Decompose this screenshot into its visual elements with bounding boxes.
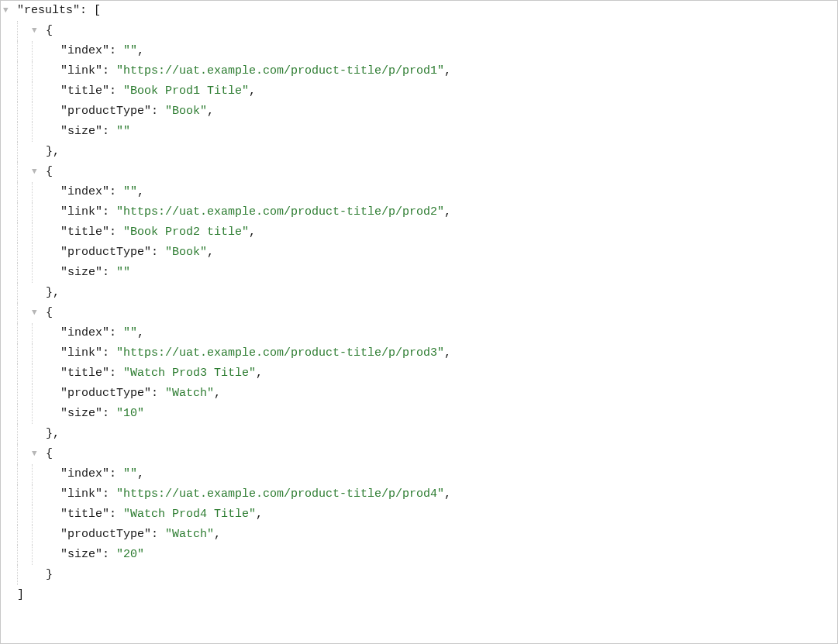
json-property: "productType": "Watch", [3, 384, 837, 404]
json-value: "https://uat.example.com/product-title/p… [116, 64, 444, 77]
json-value: "" [123, 185, 137, 198]
json-value: "Book" [165, 105, 207, 118]
collapse-icon[interactable]: ▼ [32, 302, 37, 322]
json-property: "productType": "Watch", [3, 525, 837, 545]
json-value: "" [123, 44, 137, 57]
json-value: "Book Prod2 title" [123, 226, 249, 239]
json-property: "size": "10" [3, 404, 837, 424]
collapse-icon[interactable]: ▼ [32, 161, 37, 181]
json-value: "Watch" [165, 528, 214, 541]
json-object-close: } [3, 565, 837, 585]
json-property: "title": "Watch Prod4 Title", [3, 505, 837, 525]
collapse-icon[interactable]: ▼ [32, 443, 37, 463]
json-line: ▼"results": [ [3, 1, 837, 21]
json-object-open: ▼{ [3, 444, 837, 464]
json-value: "Book" [165, 246, 207, 259]
json-property: "title": "Watch Prod3 Title", [3, 363, 837, 384]
json-object-close: }, [3, 424, 837, 444]
json-property: "index": "", [3, 41, 837, 61]
json-object-open: ▼{ [3, 21, 837, 41]
root-key: results [24, 4, 73, 17]
json-property: "link": "https://uat.example.com/product… [3, 61, 837, 81]
json-property: "size": "" [3, 263, 837, 283]
collapse-icon[interactable]: ▼ [3, 0, 9, 20]
json-value: "" [123, 326, 137, 339]
json-value: "" [116, 266, 130, 279]
json-property: "index": "", [3, 182, 837, 202]
json-property: "size": "20" [3, 545, 837, 565]
json-value: "" [123, 467, 137, 480]
json-property: "index": "", [3, 464, 837, 484]
json-value: "20" [116, 548, 144, 561]
json-object-close: }, [3, 142, 837, 162]
json-property: "title": "Book Prod1 Title", [3, 81, 837, 102]
json-property: "link": "https://uat.example.com/product… [3, 484, 837, 505]
json-value: "Watch Prod4 Title" [123, 508, 256, 521]
json-property: "productType": "Book", [3, 243, 837, 263]
json-viewer: ▼"results": [ ▼{ "index": "", "link": "h… [0, 0, 838, 644]
json-array-close: ] [3, 585, 837, 605]
collapse-icon[interactable]: ▼ [32, 20, 37, 40]
json-value: "" [116, 125, 130, 138]
json-property: "index": "", [3, 323, 837, 343]
json-value: "Watch" [165, 387, 214, 400]
json-value: "https://uat.example.com/product-title/p… [116, 487, 444, 501]
json-property: "link": "https://uat.example.com/product… [3, 343, 837, 363]
json-object-close: }, [3, 283, 837, 303]
json-value: "https://uat.example.com/product-title/p… [116, 205, 444, 219]
json-property: "title": "Book Prod2 title", [3, 222, 837, 243]
json-value: "Book Prod1 Title" [123, 84, 249, 98]
json-property: "link": "https://uat.example.com/product… [3, 202, 837, 222]
json-property: "size": "" [3, 122, 837, 142]
json-value: "https://uat.example.com/product-title/p… [116, 346, 444, 360]
json-object-open: ▼{ [3, 303, 837, 323]
json-value: "Watch Prod3 Title" [123, 367, 256, 380]
json-object-open: ▼{ [3, 162, 837, 182]
json-property: "productType": "Book", [3, 102, 837, 122]
json-value: "10" [116, 407, 144, 420]
